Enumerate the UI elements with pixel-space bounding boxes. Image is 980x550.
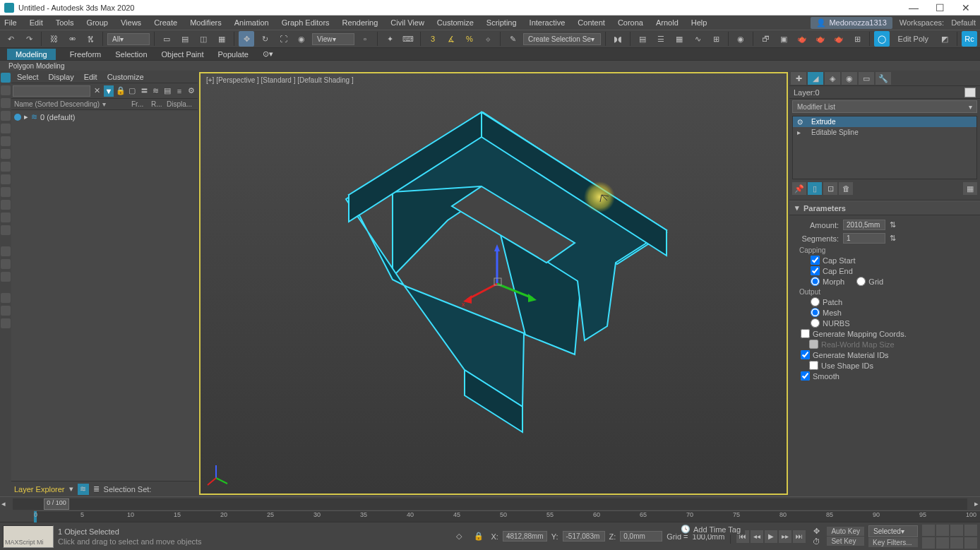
select-region-button[interactable]: ◫: [196, 31, 211, 47]
utilities-tab[interactable]: 🔧: [876, 72, 891, 85]
align-button[interactable]: ▤: [635, 31, 650, 47]
menu-animation[interactable]: Animation: [234, 18, 269, 27]
gen-mapping-checkbox[interactable]: [801, 329, 810, 338]
y-coord-input[interactable]: -517,083m: [563, 531, 605, 542]
cap-start-checkbox[interactable]: [811, 256, 820, 265]
angle-snap-button[interactable]: ∡: [443, 31, 459, 47]
unlink-button[interactable]: ⚮: [64, 31, 80, 47]
object-color-swatch[interactable]: [964, 88, 976, 97]
container-icon[interactable]: [1, 213, 11, 222]
bone-icon[interactable]: [1, 200, 11, 210]
menu-scripting[interactable]: Scripting: [486, 18, 517, 27]
pivot-button[interactable]: ▫: [357, 31, 373, 47]
snap-toggle-button[interactable]: 3: [425, 31, 441, 47]
morph-radio[interactable]: [811, 277, 820, 286]
nurbs-radio[interactable]: [811, 318, 820, 328]
hierarchy-icon[interactable]: [1, 98, 11, 108]
key-selected-dropdown[interactable]: Selected ▾: [868, 525, 918, 537]
influences-icon[interactable]: [1, 293, 11, 303]
time-config-button[interactable]: ✥: [810, 526, 823, 536]
display-tab[interactable]: ▭: [859, 72, 874, 85]
time-slider-track[interactable]: 0 / 100: [13, 498, 967, 510]
render-prod-button[interactable]: 🫖: [813, 31, 828, 47]
corona-button[interactable]: ◯: [874, 31, 890, 47]
sync-icon[interactable]: [1, 318, 11, 328]
menu-file[interactable]: File: [4, 18, 17, 27]
filter6-icon[interactable]: ⚙: [186, 85, 196, 97]
key-filters-button[interactable]: Key Filters...: [868, 538, 918, 547]
workspace-dropdown[interactable]: Default: [951, 18, 976, 27]
prev-frame-button[interactable]: ◂◂: [751, 530, 763, 543]
window-crossing-button[interactable]: ▦: [214, 31, 229, 47]
ribbon-tab-selection[interactable]: Selection: [115, 50, 147, 59]
menu-corona[interactable]: Corona: [618, 18, 643, 27]
helper-icon[interactable]: [1, 162, 11, 172]
menu-create[interactable]: Create: [154, 18, 177, 27]
pin-stack-button[interactable]: 📌: [792, 182, 806, 195]
hierarchy-tab[interactable]: ◈: [825, 72, 840, 85]
cap-end-checkbox[interactable]: [811, 266, 820, 275]
smooth-checkbox[interactable]: [801, 371, 810, 381]
amount-spinner[interactable]: 2010,5mm: [843, 220, 885, 230]
orbit-button[interactable]: [936, 537, 949, 549]
select-button[interactable]: ▭: [159, 31, 174, 47]
layer-explorer-label[interactable]: Layer Explorer: [14, 485, 65, 494]
maximize-viewport-button[interactable]: [964, 537, 977, 549]
parameters-rollout-header[interactable]: ▾ Parameters: [789, 201, 980, 215]
segments-spinner[interactable]: 1: [843, 233, 885, 244]
ribbon-tab-modeling[interactable]: Modeling: [7, 49, 56, 60]
maximize-button[interactable]: ☐: [936, 2, 945, 13]
menu-arnold[interactable]: Arnold: [656, 18, 679, 27]
render-frame-button[interactable]: ▣: [776, 31, 791, 47]
time-prev-icon[interactable]: ◂: [0, 499, 7, 508]
lock-selection-button[interactable]: 🔒: [471, 529, 486, 544]
frozen-icon[interactable]: [1, 225, 11, 235]
clear-search-icon[interactable]: ✕: [92, 85, 102, 97]
modifier-stack[interactable]: ⊙ Extrude ▸ Editable Spline: [792, 116, 977, 179]
rotate-button[interactable]: ↻: [257, 31, 273, 47]
time-slider-handle[interactable]: 0 / 100: [44, 498, 69, 510]
rc-button[interactable]: Rc: [962, 31, 977, 47]
camera-icon[interactable]: [1, 149, 11, 159]
move-gizmo[interactable]: x: [462, 241, 546, 326]
layer-dropdown-icon[interactable]: ▾: [69, 484, 73, 494]
edit-selection-set-button[interactable]: ✎: [505, 31, 520, 47]
render-button[interactable]: 🫖: [794, 31, 810, 47]
mesh-radio[interactable]: [811, 308, 820, 317]
scene-row-default[interactable]: ▸ ≋ 0 (default): [14, 112, 195, 122]
time-ruler[interactable]: 0510152025303540455055606570758085909510…: [34, 510, 980, 522]
space-icon[interactable]: [1, 174, 11, 184]
display-icon[interactable]: [1, 85, 11, 95]
filter1-icon[interactable]: ▢: [127, 85, 138, 97]
group-icon[interactable]: [1, 187, 11, 197]
time-next-icon[interactable]: ▸: [973, 499, 980, 508]
remove-modifier-button[interactable]: 🗑: [839, 182, 853, 195]
undo-button[interactable]: ↶: [3, 31, 18, 47]
ref-coord-dropdown[interactable]: View ▾: [312, 33, 354, 45]
ribbon-tab-freeform[interactable]: Freeform: [70, 50, 102, 59]
pan-button[interactable]: [922, 525, 935, 536]
scale-button[interactable]: ⛶: [275, 31, 291, 47]
subribbon-label[interactable]: Polygon Modeling: [8, 62, 65, 70]
script-listener[interactable]: MAXScript Mi: [3, 525, 54, 548]
fov-button[interactable]: [950, 525, 963, 536]
user-badge[interactable]: 👤 Medonozza1313: [811, 17, 892, 29]
menu-modifiers[interactable]: Modifiers: [190, 18, 222, 27]
manipulate-button[interactable]: ✦: [382, 31, 398, 47]
percent-snap-button[interactable]: %: [462, 31, 477, 47]
render-iter-button[interactable]: 🫖: [831, 31, 847, 47]
modify-tab[interactable]: ◢: [808, 72, 823, 85]
auto-key-button[interactable]: Auto Key: [827, 527, 864, 536]
named-selection-dropdown[interactable]: Create Selection Se ▾: [523, 33, 601, 45]
keyboard-shortcut-button[interactable]: ⌨: [400, 31, 416, 47]
col-display[interactable]: Displa...: [167, 100, 195, 108]
perspective-viewport[interactable]: [+] [Perspective ] [Standard ] [Default …: [199, 72, 788, 495]
scene-explorer-icon[interactable]: [1, 73, 11, 83]
menu-views[interactable]: Views: [121, 18, 141, 27]
menu-content[interactable]: Content: [578, 18, 605, 27]
menu-customize[interactable]: Customize: [437, 18, 474, 27]
redo-button[interactable]: ↷: [21, 31, 37, 47]
selection-filter-dropdown[interactable]: All ▾: [107, 33, 150, 45]
set-key-button[interactable]: Set Key: [827, 537, 864, 546]
bind-button[interactable]: ⛕: [83, 31, 98, 47]
